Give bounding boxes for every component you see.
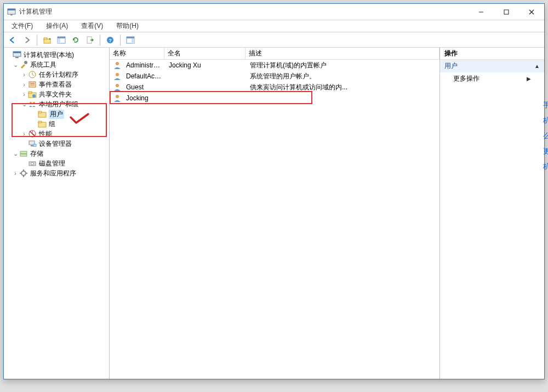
- help-button[interactable]: ?: [104, 34, 117, 46]
- clock-icon: [28, 70, 37, 79]
- svg-point-48: [116, 95, 119, 98]
- show-hide-tree-button[interactable]: [55, 34, 68, 46]
- list-pane: 名称 全名 描述 Administrat... Jocking Xu 管理计算机…: [110, 48, 440, 379]
- maximize-button[interactable]: [494, 4, 519, 20]
- svg-rect-11: [58, 38, 60, 43]
- titlebar: 计算机管理: [4, 4, 544, 20]
- tools-icon: [19, 60, 28, 69]
- expand-icon[interactable]: ›: [20, 71, 28, 78]
- toolbar-separator: [120, 35, 121, 46]
- export-button[interactable]: [83, 34, 96, 46]
- tree-users[interactable]: 用户: [4, 109, 109, 119]
- users-groups-icon: [28, 100, 37, 109]
- svg-rect-19: [13, 52, 21, 53]
- tree-services-apps[interactable]: › 服务和应用程序: [4, 168, 109, 178]
- window-title: 计算机管理: [19, 7, 469, 16]
- svg-rect-1: [8, 9, 15, 10]
- close-button[interactable]: [519, 4, 544, 20]
- tree-groups[interactable]: 组: [4, 119, 109, 129]
- svg-rect-34: [38, 121, 42, 123]
- svg-rect-41: [20, 154, 27, 156]
- performance-icon: [28, 129, 37, 138]
- device-icon: [28, 139, 37, 148]
- tree-root[interactable]: 计算机管理(本地): [4, 50, 109, 60]
- tree-pane[interactable]: 计算机管理(本地) ⌄ 系统工具 › 任务计划程序 › 事件查看器 › 共享文件…: [4, 48, 110, 379]
- svg-point-47: [116, 84, 119, 87]
- shared-folder-icon: [28, 90, 37, 99]
- tree-local-users-groups[interactable]: ⌄ 本地用户和组: [4, 99, 109, 109]
- svg-rect-23: [29, 82, 36, 87]
- actions-more[interactable]: 更多操作 ▶: [440, 72, 544, 85]
- expand-icon[interactable]: ›: [20, 130, 28, 137]
- svg-point-21: [24, 61, 27, 64]
- svg-rect-10: [58, 37, 65, 38]
- actions-group-users[interactable]: 用户 ▲: [440, 60, 544, 72]
- storage-icon: [19, 149, 28, 158]
- tree-shared-folders[interactable]: › 共享文件夹: [4, 89, 109, 99]
- app-window: 计算机管理 文件(F) 操作(A) 查看(V) 帮助(H) ?: [3, 3, 545, 379]
- up-button[interactable]: [41, 34, 54, 46]
- tree-device-manager[interactable]: 设备管理器: [4, 139, 109, 149]
- user-icon: [113, 72, 122, 81]
- minimize-button[interactable]: [469, 4, 494, 20]
- collapse-icon[interactable]: ⌄: [12, 61, 19, 69]
- svg-rect-8: [44, 38, 47, 39]
- svg-point-44: [21, 171, 26, 175]
- svg-point-46: [116, 73, 119, 76]
- svg-rect-39: [33, 144, 36, 146]
- folder-icon: [38, 110, 47, 118]
- expand-icon[interactable]: ›: [20, 81, 28, 88]
- forward-button[interactable]: [20, 34, 33, 46]
- computer-icon: [13, 50, 21, 59]
- tree-performance[interactable]: › 性能: [4, 129, 109, 139]
- services-icon: [19, 169, 28, 178]
- tree-task-scheduler[interactable]: › 任务计划程序: [4, 70, 109, 79]
- expand-icon[interactable]: ›: [12, 170, 19, 177]
- svg-rect-17: [132, 38, 134, 43]
- menu-action[interactable]: 操作(A): [44, 20, 70, 32]
- col-name[interactable]: 名称: [110, 48, 164, 59]
- actions-header: 操作: [440, 48, 544, 60]
- menu-help[interactable]: 帮助(H): [114, 20, 141, 32]
- user-row[interactable]: DefaultAcc... 系统管理的用户帐户。: [110, 71, 439, 82]
- refresh-button[interactable]: [69, 34, 82, 46]
- folder-icon: [38, 120, 47, 128]
- event-icon: [28, 80, 37, 89]
- user-row[interactable]: Guest 供来宾访问计算机或访问域的内...: [110, 82, 439, 93]
- edge-decoration: 手杭么更杭: [543, 98, 548, 174]
- tree-system-tools[interactable]: ⌄ 系统工具: [4, 60, 109, 70]
- expand-icon[interactable]: ›: [20, 91, 28, 98]
- col-fullname[interactable]: 全名: [164, 48, 246, 59]
- tree-storage[interactable]: ⌄ 存储: [4, 149, 109, 158]
- actions-pane: 操作 用户 ▲ 更多操作 ▶: [440, 48, 544, 379]
- menu-view[interactable]: 查看(V): [79, 20, 105, 32]
- svg-text:?: ?: [109, 38, 112, 43]
- collapse-icon[interactable]: ⌄: [20, 101, 28, 108]
- menu-file[interactable]: 文件(F): [9, 20, 35, 32]
- svg-rect-40: [20, 151, 27, 154]
- list-body[interactable]: Administrat... Jocking Xu 管理计算机(域)的内置帐户 …: [110, 60, 439, 379]
- app-icon: [7, 8, 16, 16]
- tree-disk-management[interactable]: 磁盘管理: [4, 158, 109, 168]
- toolbar: ?: [4, 32, 544, 48]
- content-area: 计算机管理(本地) ⌄ 系统工具 › 任务计划程序 › 事件查看器 › 共享文件…: [4, 48, 544, 379]
- svg-point-30: [33, 102, 35, 104]
- user-icon: [113, 94, 122, 103]
- actions-group-label: 用户: [444, 61, 458, 71]
- user-row[interactable]: Administrat... Jocking Xu 管理计算机(域)的内置帐户: [110, 60, 439, 71]
- tree-event-viewer[interactable]: › 事件查看器: [4, 79, 109, 89]
- svg-rect-32: [38, 111, 42, 113]
- toolbar-separator: [37, 35, 37, 46]
- window-controls: [469, 4, 544, 20]
- user-icon: [113, 61, 122, 70]
- col-description[interactable]: 描述: [246, 48, 439, 59]
- actions-more-label: 更多操作: [453, 74, 480, 83]
- back-button[interactable]: [6, 34, 19, 46]
- action-pane-button[interactable]: [124, 34, 137, 46]
- user-row[interactable]: Jocking: [110, 93, 439, 104]
- list-header[interactable]: 名称 全名 描述: [110, 48, 439, 60]
- svg-point-28: [32, 94, 36, 98]
- user-icon: [113, 83, 122, 92]
- svg-point-45: [116, 62, 119, 65]
- collapse-icon[interactable]: ⌄: [12, 150, 19, 157]
